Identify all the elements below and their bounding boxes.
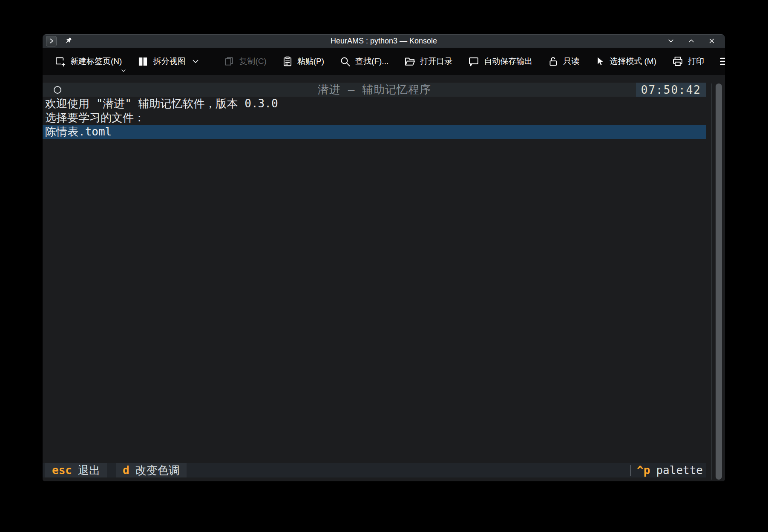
find-button[interactable]: 查找(F)... [337,54,391,69]
key-hint: esc [52,463,72,477]
tui-clock: 07:50:42 [636,83,706,97]
pin-icon[interactable] [63,36,73,46]
print-label: 打印 [688,56,704,67]
sidebar-toggle-button[interactable] [46,36,57,46]
new-tab-label: 新建标签页(N) [70,56,122,67]
chevron-right-icon [49,38,55,44]
split-view-icon [137,56,149,67]
tui-header: 潜进 – 辅助记忆程序 07:50:42 [43,83,706,97]
key-hint: ^p [637,463,650,477]
key-action-label: 改变色调 [135,463,180,477]
tui-app: 潜进 – 辅助记忆程序 07:50:42 欢迎使用 "潜进" 辅助记忆软件，版本… [43,75,706,481]
paste-label: 粘贴(P) [297,56,324,67]
select-mode-button[interactable]: 选择模式 (M) [592,54,659,69]
hamburger-menu-button[interactable] [717,55,725,68]
footer-binding-d[interactable]: d 改变色调 [116,463,187,477]
paste-button[interactable]: 粘贴(P) [279,54,327,69]
scrollbar-track[interactable] [706,75,725,481]
key-hint: d [123,463,129,477]
terminal-viewport[interactable]: 潜进 – 辅助记忆程序 07:50:42 欢迎使用 "潜进" 辅助记忆软件，版本… [43,75,725,481]
welcome-line: 欢迎使用 "潜进" 辅助记忆软件，版本 0.3.0 [43,97,706,111]
open-directory-button[interactable]: 打开目录 [401,54,455,69]
read-only-button[interactable]: 只读 [545,54,582,69]
key-action-label: 退出 [78,463,100,477]
footer-palette-binding[interactable]: ^p palette [630,463,706,477]
copy-button: 复制(C) [221,54,269,69]
select-mode-label: 选择模式 (M) [610,56,656,67]
autosave-output-button[interactable]: 自动保存输出 [465,54,535,69]
folder-icon [404,55,416,67]
copy-icon [224,56,235,67]
read-only-label: 只读 [563,56,579,67]
print-button[interactable]: 打印 [669,54,707,69]
prompt-line: 选择要学习的文件： [43,111,706,125]
toolbar: 新建标签页(N) 拆分视图 [43,48,725,75]
titlebar: HeurAMS : python3 — Konsole [43,34,725,48]
output-bubble-icon [468,55,480,67]
split-view-button[interactable]: 拆分视图 [135,54,201,69]
paste-icon [282,56,293,67]
hamburger-icon [719,57,725,66]
file-list-item-selected[interactable]: 陈情表.toml [43,125,706,139]
close-button[interactable] [708,37,716,45]
konsole-window: HeurAMS : python3 — Konsole 新建标签页(N) [43,34,725,481]
key-action-label: palette [656,463,703,477]
split-view-label: 拆分视图 [153,56,185,67]
find-label: 查找(F)... [355,56,388,67]
chevron-down-icon [192,59,199,64]
footer-binding-esc[interactable]: esc 退出 [45,463,107,477]
new-tab-button[interactable]: 新建标签页(N) [52,54,124,69]
printer-icon [672,55,684,67]
lock-open-icon [548,56,559,67]
window-title: HeurAMS : python3 — Konsole [43,37,725,46]
open-directory-label: 打开目录 [420,56,452,67]
copy-label: 复制(C) [239,56,266,67]
scrollbar-track-line [711,83,712,480]
scrollbar-thumb[interactable] [716,83,722,480]
search-icon [339,56,351,67]
minimize-button[interactable] [667,37,675,45]
new-tab-icon [55,56,66,67]
maximize-button[interactable] [687,37,695,45]
footer-separator [630,465,631,476]
chevron-down-icon [121,69,126,72]
autosave-output-label: 自动保存输出 [484,56,532,67]
tui-footer: esc 退出 d 改变色调 ^p palette [43,463,706,477]
tui-app-title: 潜进 – 辅助记忆程序 [43,82,706,97]
select-cursor-icon [595,56,605,67]
